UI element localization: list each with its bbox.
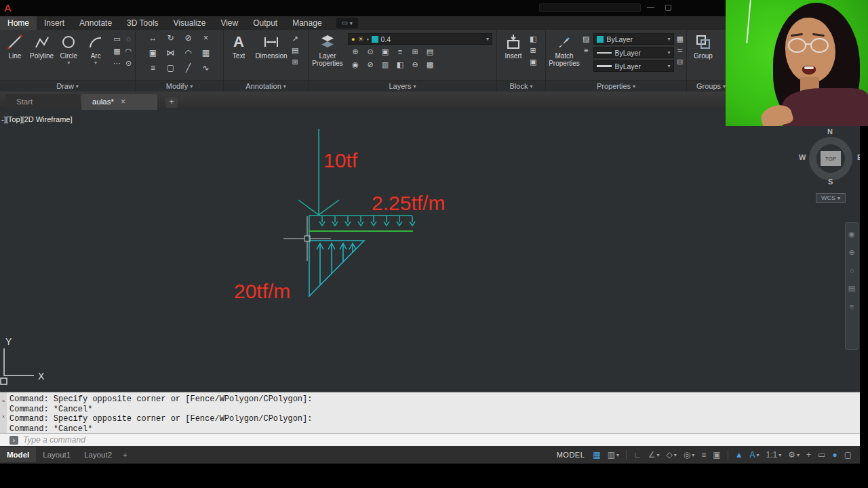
panel-label-block[interactable]: Block ▾ — [497, 80, 545, 92]
fillet-tool-icon[interactable]: ◠ — [180, 48, 197, 63]
create-block-tool-icon[interactable]: ◧ — [530, 35, 536, 43]
stretch-tool-icon[interactable]: ≡ — [144, 63, 162, 78]
isodraft-icon[interactable]: ◇ ▾ — [667, 450, 677, 460]
list-tool-icon[interactable]: ≡ — [583, 46, 589, 54]
copy-tool-icon[interactable]: ▣ — [144, 48, 162, 63]
array-tool-icon[interactable]: ▦ — [197, 48, 215, 63]
explode-tool-icon[interactable]: ∿ — [197, 63, 215, 78]
tab-output[interactable]: Output — [245, 16, 285, 30]
udl-arrows[interactable] — [309, 216, 415, 240]
arc-button[interactable]: Arc ▾ — [82, 32, 109, 80]
polar-tracking-icon[interactable]: ∠ ▾ — [648, 450, 660, 460]
tab-view[interactable]: View — [213, 16, 245, 30]
tab-annotate[interactable]: Annotate — [72, 16, 119, 30]
text-button[interactable]: A Text — [225, 32, 252, 80]
viewcube-east[interactable]: E — [857, 153, 860, 161]
layer-tool-icon[interactable]: ▣ — [378, 47, 393, 60]
markup-tool-icon[interactable]: ⊞ — [292, 58, 298, 66]
move-tool-icon[interactable]: ↔ — [144, 33, 162, 48]
navigation-bar[interactable]: ◉ ⊕ ○ ▤ ≡ — [845, 222, 859, 350]
block-attributes-tool-icon[interactable]: ▣ — [530, 58, 536, 66]
layer-tool-icon[interactable]: ⊕ — [348, 47, 363, 60]
layer-tool-icon[interactable]: ⊞ — [408, 47, 422, 60]
edit-block-tool-icon[interactable]: ⊞ — [530, 46, 536, 55]
match-properties-button[interactable]: Match Properties — [547, 32, 581, 80]
minimize-button[interactable]: — — [647, 3, 654, 11]
ellipse-tool-icon[interactable]: ◌ — [123, 35, 134, 45]
file-tab-aulas[interactable]: aulas* × — [81, 94, 157, 110]
scale-tool-icon[interactable]: ▢ — [162, 63, 180, 78]
line-button[interactable]: Line — [1, 32, 28, 80]
insert-button[interactable]: Insert — [498, 32, 528, 80]
orbit-icon[interactable]: ▤ — [848, 284, 855, 293]
layer-tool-icon[interactable]: ▩ — [422, 60, 437, 73]
spline-tool-icon[interactable]: ◠ — [123, 47, 134, 58]
full-navigation-wheel-icon[interactable]: ◉ — [848, 230, 855, 239]
file-tab-start[interactable]: Start — [5, 94, 80, 110]
osnap-icon[interactable]: ◎ ▾ — [684, 450, 695, 460]
tab-visualize[interactable]: Visualize — [166, 16, 214, 30]
point-load-arrow[interactable] — [298, 129, 339, 215]
dimension-button[interactable]: Dimension — [252, 32, 290, 80]
leader-tool-icon[interactable]: ↗ — [292, 35, 298, 43]
more-tools-icon[interactable]: ⋯ — [112, 59, 122, 70]
lineweight-display-icon[interactable]: ≡ — [701, 450, 706, 460]
layer-tool-icon[interactable]: ▥ — [378, 60, 393, 73]
transparency-tool-icon[interactable]: ▨ — [583, 35, 589, 43]
layer-tool-icon[interactable]: ▤ — [422, 47, 437, 60]
layer-properties-button[interactable]: Layer Properties — [310, 32, 345, 80]
plot-style-tool-icon[interactable]: ▦ — [677, 35, 684, 43]
share-button[interactable]: ▭ ▾ — [336, 18, 358, 28]
new-drawing-button[interactable]: + — [165, 97, 178, 108]
annotation-monitor-icon[interactable]: + — [806, 450, 811, 460]
tab-home[interactable]: Home — [0, 16, 37, 30]
lineweight-dropdown[interactable]: ByLayer ▾ — [593, 60, 673, 72]
tab-layout2[interactable]: Layout2 — [77, 447, 119, 462]
maximize-button[interactable]: ▢ — [665, 3, 671, 12]
layer-select-dropdown[interactable]: ● ☀ ▪ 0.4 ▾ — [348, 33, 492, 45]
offset-tool-icon[interactable]: ╱ — [180, 63, 197, 78]
tab-3d-tools[interactable]: 3D Tools — [119, 16, 165, 30]
command-input[interactable] — [23, 435, 240, 445]
panel-label-annotation[interactable]: Annotation ▾ — [224, 80, 308, 92]
close-icon[interactable]: × — [121, 94, 125, 110]
viewcube-north[interactable]: N — [827, 127, 833, 136]
panel-label-draw[interactable]: Draw ▾ — [0, 80, 135, 92]
layer-tool-icon[interactable]: ≡ — [393, 47, 408, 60]
table-tool-icon[interactable]: ▤ — [292, 46, 298, 55]
layer-tool-icon[interactable]: ⊖ — [408, 60, 422, 73]
erase-tool-icon[interactable]: × — [197, 33, 215, 48]
tab-model[interactable]: Model — [0, 447, 36, 462]
add-layout-button[interactable]: + — [119, 451, 132, 459]
workspace-gear-icon[interactable]: ⚙ ▾ — [788, 450, 800, 460]
command-input-row[interactable]: › — [0, 433, 860, 446]
wcs-dropdown[interactable]: WCS ▾ — [816, 193, 846, 203]
viewcube-west[interactable]: W — [799, 153, 806, 161]
snap-icon[interactable]: ▥ ▾ — [608, 450, 619, 460]
mirror-tool-icon[interactable]: ⋈ — [162, 48, 180, 63]
tab-insert[interactable]: Insert — [37, 16, 72, 30]
trim-tool-icon[interactable]: ⊘ — [180, 33, 197, 48]
linetype-dropdown[interactable]: ByLayer ▾ — [593, 47, 673, 58]
showmotion-icon[interactable]: ≡ — [850, 302, 854, 310]
circle-button[interactable]: Circle ▾ — [56, 32, 83, 80]
object-color-dropdown[interactable]: ByLayer ▾ — [593, 33, 673, 45]
polyline-button[interactable]: Polyline — [28, 32, 56, 80]
annotation-scale-control[interactable]: 1:1 ▾ — [766, 450, 782, 460]
layer-tool-icon[interactable]: ◧ — [393, 60, 408, 73]
point-tool-icon[interactable]: ⊙ — [123, 59, 134, 70]
rectangle-tool-icon[interactable]: ▭ — [112, 35, 122, 45]
properties-palette-tool-icon[interactable]: ≍ — [677, 46, 684, 55]
model-space-badge[interactable]: MODEL — [557, 451, 585, 459]
pan-icon[interactable]: ⊕ — [848, 248, 854, 257]
panel-label-properties[interactable]: Properties ▾ — [546, 80, 686, 92]
triangular-load[interactable] — [309, 241, 364, 296]
ortho-icon[interactable]: ∟ — [633, 450, 642, 460]
annotation-visibility-icon[interactable]: ▲ — [735, 450, 743, 460]
viewcube-top-face[interactable]: TOP — [821, 151, 841, 166]
group-button[interactable]: Group — [688, 32, 718, 80]
hatch-tool-icon[interactable]: ▦ — [112, 47, 122, 58]
quick-select-tool-icon[interactable]: ⊟ — [677, 58, 684, 66]
tab-manage[interactable]: Manage — [285, 16, 329, 30]
selection-cycling-icon[interactable]: ▣ — [713, 450, 720, 460]
